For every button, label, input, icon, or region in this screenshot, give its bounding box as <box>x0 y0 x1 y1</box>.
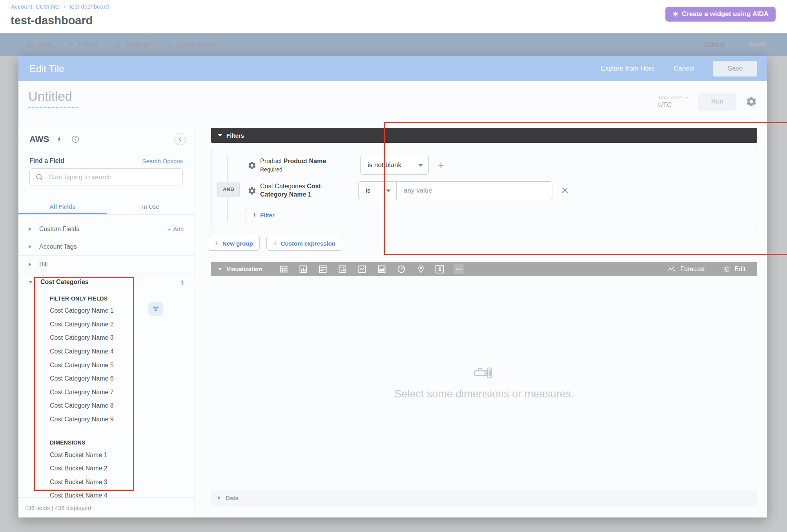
field-item[interactable]: Cost Category Name 2 <box>18 318 195 332</box>
viz-area-chart-icon[interactable] <box>377 264 387 274</box>
section-cost-categories[interactable]: Cost Categories 1 <box>18 273 195 291</box>
field-item[interactable]: Cost Category Name 6 <box>18 372 195 386</box>
viz-pie-chart-icon[interactable] <box>396 264 406 274</box>
field-item[interactable]: Cost Category Name 5 <box>18 358 195 372</box>
custom-expression-button[interactable]: + Custom expression <box>266 236 342 251</box>
edit-tile-modal: Edit Tile Explore from Here Cancel Save … <box>18 56 767 517</box>
active-filter-indicator[interactable] <box>148 302 163 316</box>
expand-arrow-icon <box>29 227 31 231</box>
operator-select[interactable]: is not blank <box>360 156 429 175</box>
toolbar-filters-label: Filters <box>78 41 98 49</box>
field-item[interactable]: Cost Category Name 1 <box>18 304 195 318</box>
field-item[interactable]: Cost Bucket Name 3 <box>18 476 195 489</box>
filters-section-title: Filters <box>226 132 244 139</box>
field-count-footer: 436 fields | 436 displayed <box>18 497 195 517</box>
field-item[interactable]: Cost Bucket Name 1 <box>18 448 195 462</box>
toolbar-add: Add <box>27 41 52 49</box>
toolbar-save: Save <box>749 41 765 49</box>
visualization-empty-state: Select some dimensions or measures. <box>211 276 757 490</box>
field-item[interactable]: Cost Bucket Name 2 <box>18 462 195 476</box>
breadcrumb-current[interactable]: test-dashboard <box>69 3 109 10</box>
visualization-bar: Visualization 6 <box>211 262 757 276</box>
edit-viz-button[interactable]: Edit <box>723 265 745 273</box>
filters-section-header[interactable]: Filters <box>211 128 757 143</box>
explore-from-here-link[interactable]: Explore from Here <box>601 65 655 73</box>
viz-table-icon[interactable] <box>279 264 289 274</box>
add-filter-value-button[interactable]: + <box>438 159 444 172</box>
viz-single-value-icon[interactable]: 6 <box>435 265 444 273</box>
field-item[interactable]: Cost Category Name 3 <box>18 331 195 345</box>
toolbar-quick-layout: Quick layout <box>166 41 216 49</box>
toolbar-quick-layout-label: Quick layout <box>176 41 216 49</box>
forecast-sparkle-icon <box>667 265 676 273</box>
flashlight-icon <box>474 366 495 379</box>
and-operator-chip[interactable]: AND <box>217 182 240 197</box>
viz-line-chart-icon[interactable] <box>357 264 367 274</box>
aida-sparkle-icon: ✻ <box>672 10 678 18</box>
add-custom-field-button[interactable]: + Add <box>168 226 184 232</box>
query-panel: Filters AND Product Product Name Require… <box>195 122 767 517</box>
cancel-link[interactable]: Cancel <box>674 65 694 73</box>
run-button[interactable]: Run <box>698 93 736 111</box>
section-account-tags[interactable]: Account Tags <box>18 238 195 255</box>
search-icon <box>35 173 44 182</box>
remove-filter-icon[interactable] <box>561 186 569 195</box>
forecast-button[interactable]: Forecast <box>667 265 705 273</box>
expand-arrow-icon <box>218 496 220 500</box>
chevron-down-icon <box>386 189 391 192</box>
filter-field-label: Cost Categories Cost Category Name 1 <box>260 182 333 199</box>
viz-column-chart-icon[interactable] <box>298 264 308 274</box>
filter-value-input[interactable] <box>396 181 552 200</box>
filter-lines-icon <box>67 41 75 49</box>
field-item[interactable]: Cost Category Name 4 <box>18 345 195 359</box>
filter-only-fields-header: FILTER-ONLY FIELDS <box>18 291 195 304</box>
filter-settings-gear-icon[interactable] <box>248 161 257 170</box>
sliders-icon <box>113 41 121 49</box>
viz-map-icon[interactable] <box>416 264 426 274</box>
collapse-arrow-icon[interactable] <box>218 268 222 270</box>
query-settings-gear-icon[interactable] <box>745 96 757 107</box>
page-header: Account: CCM-NG › test-dashboard test-da… <box>0 0 787 33</box>
field-item[interactable]: Cost Category Name 7 <box>18 386 195 399</box>
collapse-sidebar-button[interactable] <box>174 133 186 145</box>
field-item[interactable]: Cost Category Name 8 <box>18 399 195 413</box>
breadcrumb: Account: CCM-NG › test-dashboard <box>11 3 109 10</box>
operator-select[interactable]: is <box>358 181 397 200</box>
timezone-value: UTC <box>658 101 689 109</box>
tile-title-bar: Untitled Time Zone UTC Run <box>18 81 767 122</box>
empty-state-message: Select some dimensions or measures. <box>394 388 574 400</box>
viz-report-icon[interactable] <box>318 264 328 274</box>
timezone-selector[interactable]: Time Zone UTC <box>658 95 689 109</box>
field-search-box <box>29 168 183 186</box>
aida-button-label: Create a widget using AIDA <box>682 10 769 18</box>
info-icon[interactable] <box>71 135 80 144</box>
collapse-arrow-icon <box>218 134 222 137</box>
tile-name-input[interactable]: Untitled <box>28 89 78 108</box>
search-input[interactable] <box>49 173 182 181</box>
field-item[interactable]: Cost Category Name 9 <box>18 413 195 426</box>
breadcrumb-separator: › <box>64 3 66 10</box>
section-bill[interactable]: Bill <box>18 255 195 273</box>
find-a-field-label: Find a Field <box>29 157 64 164</box>
toolbar-filters: Filters <box>67 41 98 49</box>
add-filter-button[interactable]: + Filter <box>246 208 281 222</box>
new-group-button[interactable]: + New group <box>208 236 260 251</box>
tab-all-fields[interactable]: All Fields <box>18 199 107 214</box>
chevron-down-icon <box>418 164 423 167</box>
sidebar-tabs: All Fields In Use <box>18 199 195 215</box>
data-section-header[interactable]: Data <box>211 490 757 506</box>
filter-settings-gear-icon[interactable] <box>248 186 257 195</box>
search-options-link[interactable]: Search Options <box>142 158 183 164</box>
viz-scatter-icon[interactable] <box>337 264 348 274</box>
section-custom-fields[interactable]: Custom Fields + Add <box>18 220 195 238</box>
timezone-label: Time Zone <box>658 95 682 100</box>
modal-content: AWS Find a Field Search Options All Fiel… <box>18 122 767 517</box>
tab-in-use[interactable]: In Use <box>107 199 195 214</box>
more-viz-types-icon[interactable] <box>454 264 464 274</box>
modal-header: Edit Tile Explore from Here Cancel Save <box>18 56 767 81</box>
save-button[interactable]: Save <box>713 61 757 77</box>
toolbar-cancel: Cancel <box>703 41 725 49</box>
visualization-title: Visualization <box>226 266 262 272</box>
breadcrumb-account-link[interactable]: Account: CCM-NG <box>11 3 60 10</box>
create-widget-aida-button[interactable]: ✻ Create a widget using AIDA <box>665 7 776 22</box>
